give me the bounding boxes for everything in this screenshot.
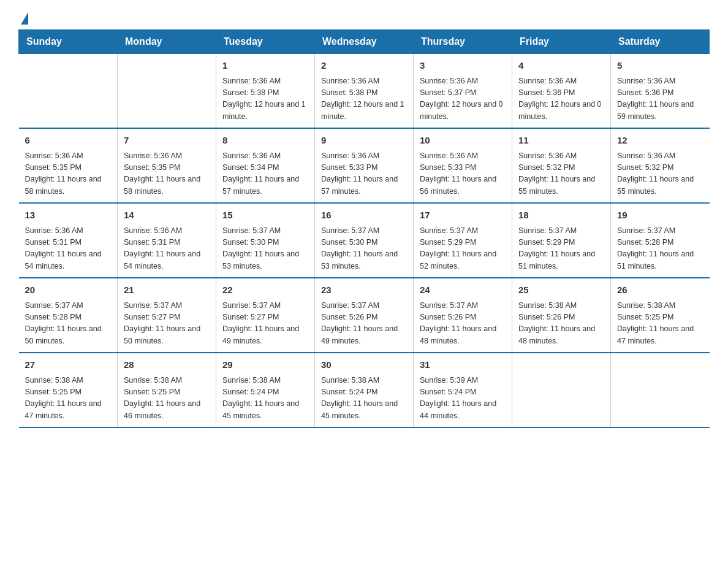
day-info: Sunrise: 5:36 AM Sunset: 5:35 PM Dayligh…	[124, 150, 210, 198]
day-number: 5	[617, 59, 703, 73]
day-info: Sunrise: 5:38 AM Sunset: 5:25 PM Dayligh…	[25, 375, 112, 423]
day-number: 12	[617, 134, 703, 148]
day-info: Sunrise: 5:36 AM Sunset: 5:36 PM Dayligh…	[518, 75, 604, 123]
calendar-cell: 29Sunrise: 5:38 AM Sunset: 5:24 PM Dayli…	[216, 353, 315, 427]
calendar-cell: 1Sunrise: 5:36 AM Sunset: 5:38 PM Daylig…	[216, 54, 315, 129]
calendar-cell: 3Sunrise: 5:36 AM Sunset: 5:37 PM Daylig…	[414, 54, 512, 129]
day-number: 2	[321, 59, 407, 73]
day-info: Sunrise: 5:39 AM Sunset: 5:24 PM Dayligh…	[420, 375, 506, 423]
day-info: Sunrise: 5:37 AM Sunset: 5:28 PM Dayligh…	[617, 225, 703, 273]
day-number: 20	[25, 283, 112, 297]
day-info: Sunrise: 5:37 AM Sunset: 5:29 PM Dayligh…	[420, 225, 506, 273]
calendar-cell: 27Sunrise: 5:38 AM Sunset: 5:25 PM Dayli…	[19, 353, 118, 427]
day-info: Sunrise: 5:37 AM Sunset: 5:26 PM Dayligh…	[420, 300, 506, 348]
calendar-cell: 24Sunrise: 5:37 AM Sunset: 5:26 PM Dayli…	[414, 278, 512, 353]
day-info: Sunrise: 5:36 AM Sunset: 5:31 PM Dayligh…	[25, 225, 112, 273]
day-number: 18	[518, 209, 604, 223]
day-info: Sunrise: 5:36 AM Sunset: 5:32 PM Dayligh…	[617, 150, 703, 198]
day-info: Sunrise: 5:38 AM Sunset: 5:26 PM Dayligh…	[518, 300, 604, 348]
day-number: 21	[124, 283, 210, 297]
day-info: Sunrise: 5:38 AM Sunset: 5:25 PM Dayligh…	[124, 375, 210, 423]
day-number: 26	[617, 283, 703, 297]
calendar-cell	[19, 54, 118, 129]
logo	[18, 12, 28, 23]
day-info: Sunrise: 5:38 AM Sunset: 5:24 PM Dayligh…	[321, 375, 407, 423]
day-number: 14	[124, 209, 210, 223]
header-day-friday: Friday	[512, 30, 611, 54]
day-info: Sunrise: 5:37 AM Sunset: 5:29 PM Dayligh…	[518, 225, 604, 273]
header-day-sunday: Sunday	[19, 30, 118, 54]
calendar-cell: 13Sunrise: 5:36 AM Sunset: 5:31 PM Dayli…	[19, 203, 118, 278]
calendar-cell: 12Sunrise: 5:36 AM Sunset: 5:32 PM Dayli…	[611, 128, 710, 203]
calendar-cell	[512, 353, 611, 427]
calendar-cell: 20Sunrise: 5:37 AM Sunset: 5:28 PM Dayli…	[19, 278, 118, 353]
day-info: Sunrise: 5:36 AM Sunset: 5:36 PM Dayligh…	[617, 75, 703, 123]
calendar-cell: 11Sunrise: 5:36 AM Sunset: 5:32 PM Dayli…	[512, 128, 611, 203]
calendar-cell: 10Sunrise: 5:36 AM Sunset: 5:33 PM Dayli…	[414, 128, 512, 203]
day-info: Sunrise: 5:37 AM Sunset: 5:27 PM Dayligh…	[124, 300, 210, 348]
calendar-cell: 14Sunrise: 5:36 AM Sunset: 5:31 PM Dayli…	[118, 203, 216, 278]
page-header	[18, 12, 710, 23]
day-number: 15	[222, 209, 308, 223]
calendar-header-row: SundayMondayTuesdayWednesdayThursdayFrid…	[19, 30, 710, 54]
day-number: 9	[321, 134, 407, 148]
calendar-cell: 25Sunrise: 5:38 AM Sunset: 5:26 PM Dayli…	[512, 278, 611, 353]
day-info: Sunrise: 5:36 AM Sunset: 5:31 PM Dayligh…	[124, 225, 210, 273]
day-info: Sunrise: 5:36 AM Sunset: 5:32 PM Dayligh…	[518, 150, 604, 198]
calendar-week-row: 1Sunrise: 5:36 AM Sunset: 5:38 PM Daylig…	[19, 54, 710, 129]
day-info: Sunrise: 5:38 AM Sunset: 5:24 PM Dayligh…	[222, 375, 308, 423]
day-info: Sunrise: 5:36 AM Sunset: 5:38 PM Dayligh…	[222, 75, 308, 123]
header-day-monday: Monday	[118, 30, 216, 54]
day-info: Sunrise: 5:36 AM Sunset: 5:34 PM Dayligh…	[222, 150, 308, 198]
day-number: 23	[321, 283, 407, 297]
calendar-cell: 23Sunrise: 5:37 AM Sunset: 5:26 PM Dayli…	[315, 278, 414, 353]
header-day-thursday: Thursday	[414, 30, 512, 54]
calendar-cell: 22Sunrise: 5:37 AM Sunset: 5:27 PM Dayli…	[216, 278, 315, 353]
header-day-tuesday: Tuesday	[216, 30, 315, 54]
calendar-cell: 2Sunrise: 5:36 AM Sunset: 5:38 PM Daylig…	[315, 54, 414, 129]
calendar-cell: 15Sunrise: 5:37 AM Sunset: 5:30 PM Dayli…	[216, 203, 315, 278]
day-info: Sunrise: 5:36 AM Sunset: 5:38 PM Dayligh…	[321, 75, 407, 123]
day-number: 22	[222, 283, 308, 297]
calendar-cell: 26Sunrise: 5:38 AM Sunset: 5:25 PM Dayli…	[611, 278, 710, 353]
day-number: 30	[321, 358, 407, 372]
day-number: 8	[222, 134, 308, 148]
header-day-saturday: Saturday	[611, 30, 710, 54]
day-number: 27	[25, 358, 112, 372]
day-number: 13	[25, 209, 112, 223]
day-number: 1	[222, 59, 308, 73]
calendar-week-row: 27Sunrise: 5:38 AM Sunset: 5:25 PM Dayli…	[19, 353, 710, 427]
calendar-table: SundayMondayTuesdayWednesdayThursdayFrid…	[18, 29, 710, 428]
day-info: Sunrise: 5:37 AM Sunset: 5:30 PM Dayligh…	[222, 225, 308, 273]
day-info: Sunrise: 5:37 AM Sunset: 5:30 PM Dayligh…	[321, 225, 407, 273]
calendar-cell: 4Sunrise: 5:36 AM Sunset: 5:36 PM Daylig…	[512, 54, 611, 129]
day-info: Sunrise: 5:36 AM Sunset: 5:33 PM Dayligh…	[321, 150, 407, 198]
day-info: Sunrise: 5:37 AM Sunset: 5:28 PM Dayligh…	[25, 300, 112, 348]
day-number: 10	[420, 134, 506, 148]
day-info: Sunrise: 5:36 AM Sunset: 5:35 PM Dayligh…	[25, 150, 112, 198]
day-info: Sunrise: 5:37 AM Sunset: 5:26 PM Dayligh…	[321, 300, 407, 348]
calendar-cell: 31Sunrise: 5:39 AM Sunset: 5:24 PM Dayli…	[414, 353, 512, 427]
logo-triangle-icon	[21, 12, 28, 25]
calendar-cell: 7Sunrise: 5:36 AM Sunset: 5:35 PM Daylig…	[118, 128, 216, 203]
calendar-cell: 19Sunrise: 5:37 AM Sunset: 5:28 PM Dayli…	[611, 203, 710, 278]
day-info: Sunrise: 5:36 AM Sunset: 5:37 PM Dayligh…	[420, 75, 506, 123]
day-number: 4	[518, 59, 604, 73]
day-number: 6	[25, 134, 112, 148]
day-info: Sunrise: 5:36 AM Sunset: 5:33 PM Dayligh…	[420, 150, 506, 198]
calendar-cell: 30Sunrise: 5:38 AM Sunset: 5:24 PM Dayli…	[315, 353, 414, 427]
calendar-week-row: 13Sunrise: 5:36 AM Sunset: 5:31 PM Dayli…	[19, 203, 710, 278]
day-number: 11	[518, 134, 604, 148]
calendar-cell: 9Sunrise: 5:36 AM Sunset: 5:33 PM Daylig…	[315, 128, 414, 203]
calendar-cell: 21Sunrise: 5:37 AM Sunset: 5:27 PM Dayli…	[118, 278, 216, 353]
calendar-week-row: 6Sunrise: 5:36 AM Sunset: 5:35 PM Daylig…	[19, 128, 710, 203]
calendar-cell: 28Sunrise: 5:38 AM Sunset: 5:25 PM Dayli…	[118, 353, 216, 427]
calendar-body: 1Sunrise: 5:36 AM Sunset: 5:38 PM Daylig…	[19, 54, 710, 428]
calendar-cell: 6Sunrise: 5:36 AM Sunset: 5:35 PM Daylig…	[19, 128, 118, 203]
day-number: 24	[420, 283, 506, 297]
day-number: 29	[222, 358, 308, 372]
day-info: Sunrise: 5:37 AM Sunset: 5:27 PM Dayligh…	[222, 300, 308, 348]
day-number: 25	[518, 283, 604, 297]
day-number: 28	[124, 358, 210, 372]
calendar-cell: 16Sunrise: 5:37 AM Sunset: 5:30 PM Dayli…	[315, 203, 414, 278]
